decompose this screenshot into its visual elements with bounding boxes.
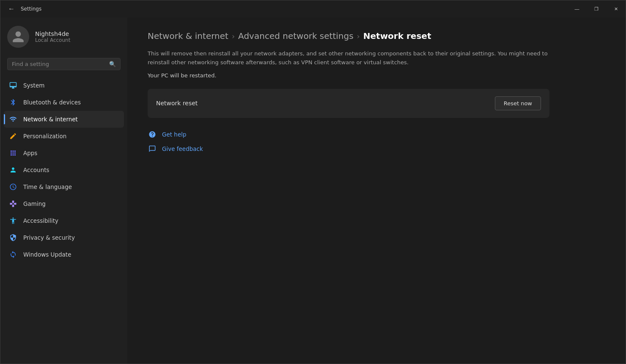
update-icon [9, 250, 17, 259]
search-icon: 🔍 [109, 61, 116, 67]
sidebar-item-network-label: Network & internet [23, 116, 78, 123]
sidebar-item-bluetooth-label: Bluetooth & devices [23, 99, 81, 106]
titlebar-title: Settings [21, 6, 41, 12]
breadcrumb: Network & internet › Advanced network se… [148, 31, 605, 41]
restart-notice: Your PC will be restarted. [148, 72, 605, 79]
search-box[interactable]: 🔍 [7, 58, 121, 70]
get-help-icon [148, 130, 157, 139]
sidebar-item-network[interactable]: Network & internet [4, 111, 124, 128]
back-button[interactable]: ← [5, 3, 17, 15]
sidebar-item-apps-label: Apps [23, 150, 37, 156]
avatar [7, 26, 29, 48]
page-description: This will remove then reinstall all your… [148, 49, 549, 67]
user-info: Nightsh4de Local Account [35, 30, 70, 43]
give-feedback-link[interactable]: Give feedback [148, 144, 203, 153]
minimize-button[interactable]: — [567, 0, 587, 17]
reset-card: Network reset Reset now [148, 89, 549, 118]
sidebar-item-accounts[interactable]: Accounts [4, 161, 124, 178]
sidebar-item-accounts-label: Accounts [23, 167, 49, 173]
reset-now-button[interactable]: Reset now [495, 96, 541, 110]
search-container: 🔍 [0, 55, 127, 75]
privacy-icon [9, 233, 17, 242]
sidebar-item-gaming-label: Gaming [23, 200, 46, 207]
sidebar-item-system[interactable]: System [4, 77, 124, 94]
sidebar-item-bluetooth[interactable]: Bluetooth & devices [4, 94, 124, 111]
titlebar: ← Settings — ❐ ✕ [0, 0, 626, 17]
breadcrumb-separator-2: › [357, 32, 360, 41]
bluetooth-icon [9, 98, 17, 107]
user-type: Local Account [35, 37, 70, 43]
get-help-link[interactable]: Get help [148, 130, 187, 139]
maximize-button[interactable]: ❐ [587, 0, 606, 17]
sidebar-item-time-label: Time & language [23, 183, 72, 190]
sidebar-item-accessibility[interactable]: Accessibility [4, 212, 124, 229]
give-feedback-text: Give feedback [162, 145, 203, 152]
sidebar-item-apps[interactable]: Apps [4, 145, 124, 161]
sidebar-item-time[interactable]: Time & language [4, 178, 124, 195]
breadcrumb-separator-1: › [232, 32, 235, 41]
sidebar: Nightsh4de Local Account 🔍 System [0, 17, 127, 364]
content-area: Network & internet › Advanced network se… [127, 17, 626, 364]
sidebar-item-update-label: Windows Update [23, 251, 71, 258]
gaming-icon [9, 200, 17, 208]
close-button[interactable]: ✕ [606, 0, 626, 17]
accounts-icon [9, 166, 17, 174]
accessibility-icon [9, 216, 17, 225]
sidebar-item-privacy-label: Privacy & security [23, 234, 75, 241]
give-feedback-icon [148, 144, 157, 153]
sidebar-item-privacy[interactable]: Privacy & security [4, 229, 124, 246]
search-input[interactable] [12, 61, 106, 67]
breadcrumb-advanced[interactable]: Advanced network settings [238, 31, 353, 41]
reset-card-label: Network reset [156, 100, 198, 107]
user-avatar-icon [11, 30, 25, 44]
sidebar-item-system-label: System [23, 82, 44, 89]
sidebar-item-personalization-label: Personalization [23, 133, 66, 140]
sidebar-item-accessibility-label: Accessibility [23, 217, 58, 224]
network-icon [9, 115, 17, 123]
app-body: Nightsh4de Local Account 🔍 System [0, 17, 626, 364]
time-icon [9, 183, 17, 191]
get-help-text: Get help [162, 131, 187, 138]
system-icon [9, 81, 17, 90]
nav-items: System Bluetooth & devices Network & int… [0, 75, 127, 265]
settings-window: ← Settings — ❐ ✕ Nightsh4de Local Accoun… [0, 0, 626, 364]
sidebar-item-personalization[interactable]: Personalization [4, 128, 124, 145]
window-controls: — ❐ ✕ [567, 0, 626, 17]
user-name: Nightsh4de [35, 30, 70, 37]
sidebar-item-update[interactable]: Windows Update [4, 246, 124, 263]
breadcrumb-network[interactable]: Network & internet [148, 31, 228, 41]
personalization-icon [9, 132, 17, 140]
user-profile[interactable]: Nightsh4de Local Account [0, 17, 127, 55]
breadcrumb-current: Network reset [363, 31, 431, 41]
sidebar-item-gaming[interactable]: Gaming [4, 195, 124, 212]
help-links: Get help Give feedback [148, 130, 605, 153]
apps-icon [9, 149, 17, 157]
